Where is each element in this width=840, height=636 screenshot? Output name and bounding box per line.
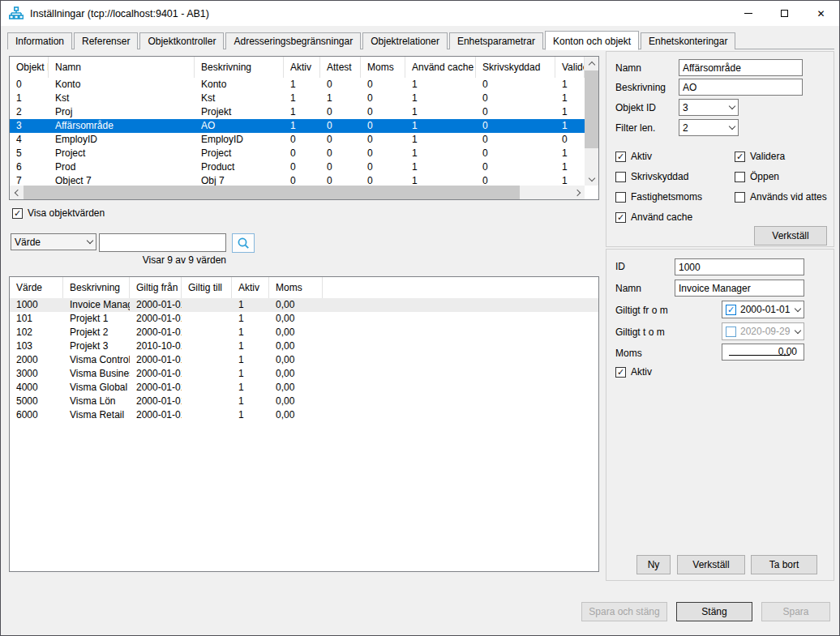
table-cell: 1 bbox=[405, 174, 476, 186]
filter-field-select[interactable]: Värde bbox=[11, 233, 96, 250]
column-header[interactable]: Namn bbox=[49, 57, 195, 78]
table-cell: 0 bbox=[284, 133, 320, 147]
close-window-button[interactable]: Stäng bbox=[676, 602, 752, 621]
search-button[interactable] bbox=[232, 233, 255, 253]
checkbox--ppen[interactable]: Öppen bbox=[735, 171, 779, 182]
object-description-field[interactable] bbox=[679, 79, 803, 96]
id-label: ID bbox=[615, 261, 625, 272]
tab-objektkontroller[interactable]: Objektkontroller bbox=[139, 32, 224, 49]
valid-from-checkbox[interactable]: ✓ bbox=[726, 305, 736, 315]
table-cell: Project bbox=[195, 147, 284, 160]
table-row[interactable]: 1000Invoice Manager2000-01-0110,00 bbox=[10, 298, 598, 312]
table-row[interactable]: 6000Visma Retail2000-01-0110,00 bbox=[10, 408, 598, 422]
column-header[interactable]: Beskrivning bbox=[195, 57, 284, 78]
scroll-left-button[interactable] bbox=[10, 186, 24, 199]
object-apply-button[interactable]: Verkställ bbox=[754, 226, 827, 245]
tab-enhetsparametrar[interactable]: Enhetsparametrar bbox=[449, 32, 543, 49]
checkbox-aktiv[interactable]: ✓Aktiv bbox=[615, 151, 652, 162]
table-cell: 0 bbox=[320, 174, 361, 186]
table-cell: 4 bbox=[10, 133, 49, 147]
title-bar[interactable]: Inställningar (tcp://localhost:9401 - AB… bbox=[1, 1, 839, 26]
value-apply-button[interactable]: Verkställ bbox=[677, 555, 745, 574]
tab-objektrelationer[interactable]: Objektrelationer bbox=[362, 32, 448, 49]
show-object-values-checkbox[interactable]: ✓ Visa objektvärden bbox=[12, 207, 105, 219]
tab-adresseringsbegr-nsningar[interactable]: Adresseringsbegränsningar bbox=[225, 32, 361, 49]
table-cell: 1 bbox=[555, 105, 585, 119]
column-header[interactable]: Moms bbox=[269, 277, 323, 298]
object-name-field[interactable] bbox=[679, 59, 803, 76]
table-row[interactable]: 103Projekt 32010-10-0110,00 bbox=[10, 339, 598, 353]
horizontal-scroll-thumb[interactable] bbox=[24, 186, 520, 199]
column-header[interactable]: Validera bbox=[555, 57, 585, 78]
search-input[interactable] bbox=[99, 233, 226, 252]
vertical-scroll-thumb[interactable] bbox=[585, 70, 598, 148]
tab-konton-och-objekt[interactable]: Konton och objekt bbox=[545, 31, 639, 50]
column-header[interactable]: Giltig från bbox=[130, 277, 182, 298]
scroll-right-button[interactable] bbox=[571, 186, 585, 199]
table-row[interactable]: 7Object 7Obj 7000101 bbox=[10, 174, 585, 186]
column-header[interactable]: Värde bbox=[10, 277, 63, 298]
column-header[interactable]: Aktiv bbox=[232, 277, 269, 298]
checkbox-box: ✓ bbox=[615, 152, 626, 162]
checkbox-skrivskyddad[interactable]: Skrivskyddad bbox=[615, 171, 688, 182]
table-cell: 1 bbox=[320, 92, 361, 105]
valid-to-datepicker[interactable]: 2020-09-29 bbox=[722, 322, 804, 340]
table-row[interactable]: 5000Visma Lön2000-01-0110,00 bbox=[10, 395, 598, 408]
table-row[interactable]: 2000Visma Control2000-01-0110,00 bbox=[10, 353, 598, 367]
save-and-close-button: Spara och stäng bbox=[581, 602, 667, 621]
scroll-up-button[interactable] bbox=[585, 57, 598, 70]
table-cell: 0 bbox=[476, 147, 555, 160]
tab-enhetskonteringar[interactable]: Enhetskonteringar bbox=[641, 32, 735, 49]
objects-horizontal-scrollbar[interactable] bbox=[10, 186, 585, 199]
minimize-button[interactable] bbox=[730, 1, 766, 26]
valid-from-datepicker[interactable]: ✓ 2000-01-01 bbox=[722, 301, 804, 318]
column-header[interactable]: Aktiv bbox=[284, 57, 320, 78]
table-row[interactable]: 1KstKst110101 bbox=[10, 92, 585, 105]
table-cell bbox=[182, 339, 232, 353]
table-cell: Konto bbox=[49, 78, 195, 92]
table-cell: 1 bbox=[555, 119, 585, 133]
tab-information[interactable]: Information bbox=[7, 32, 72, 49]
chevron-right-icon bbox=[573, 189, 580, 195]
table-row[interactable]: 3AffärsområdeAO100101 bbox=[10, 119, 585, 133]
maximize-button[interactable] bbox=[766, 1, 803, 26]
value-name-field[interactable] bbox=[675, 280, 804, 297]
checkbox-validera[interactable]: ✓Validera bbox=[735, 151, 785, 162]
valid-to-checkbox[interactable] bbox=[726, 327, 736, 337]
column-header[interactable]: Attest bbox=[320, 57, 361, 78]
value-active-checkbox[interactable]: ✓ Aktiv bbox=[615, 366, 652, 378]
table-row[interactable]: 101Projekt 12000-01-0110,00 bbox=[10, 312, 598, 326]
table-row[interactable]: 5ProjectProject000101 bbox=[10, 147, 585, 160]
new-value-button[interactable]: Ny bbox=[636, 555, 671, 574]
scroll-down-button[interactable] bbox=[585, 172, 598, 186]
table-cell bbox=[182, 298, 232, 312]
table-row[interactable]: 4000Visma Global2000-01-0110,00 bbox=[10, 381, 598, 395]
moms-field[interactable]: 0,00 bbox=[722, 344, 804, 361]
checkbox-anv-nd-cache[interactable]: ✓Använd cache bbox=[615, 211, 692, 223]
tab-referenser[interactable]: Referenser bbox=[74, 32, 138, 49]
table-row[interactable]: 2ProjProjekt100101 bbox=[10, 105, 585, 119]
column-header[interactable]: Moms bbox=[361, 57, 405, 78]
value-groupbox: ID Namn Giltigt fr o m ✓ 2000-01-01 Gilt… bbox=[606, 249, 834, 581]
column-header[interactable]: Objekt ID bbox=[10, 57, 49, 78]
filter-len-select[interactable]: 2 bbox=[679, 119, 739, 136]
column-header[interactable]: Giltig till bbox=[182, 277, 232, 298]
column-header[interactable]: Beskrivning bbox=[63, 277, 130, 298]
table-row[interactable]: 0KontoKonto100101 bbox=[10, 78, 585, 92]
objects-vertical-scrollbar[interactable] bbox=[585, 57, 598, 186]
table-row[interactable]: 102Projekt 22000-01-0110,00 bbox=[10, 326, 598, 339]
value-id-field[interactable] bbox=[675, 258, 804, 275]
checkbox-fastighetsmoms[interactable]: Fastighetsmoms bbox=[615, 191, 702, 203]
table-row[interactable]: 3000Visma Business2000-01-0110,00 bbox=[10, 367, 598, 381]
object-id-select[interactable]: 3 bbox=[679, 99, 739, 116]
column-header[interactable]: Skrivskyddad bbox=[476, 57, 555, 78]
column-header[interactable]: Använd cache bbox=[405, 57, 476, 78]
table-row[interactable]: 6ProdProduct000101 bbox=[10, 160, 585, 174]
close-button[interactable]: ✕ bbox=[803, 1, 839, 26]
table-row[interactable]: 4EmployIDEmployID000100 bbox=[10, 133, 585, 147]
table-cell: 5000 bbox=[10, 395, 63, 408]
checkbox-anv-nds-vid-attes[interactable]: Används vid attes bbox=[735, 191, 827, 203]
checkbox-box bbox=[735, 172, 745, 182]
delete-value-button[interactable]: Ta bort bbox=[751, 555, 817, 574]
table-cell: 0 bbox=[361, 78, 405, 92]
